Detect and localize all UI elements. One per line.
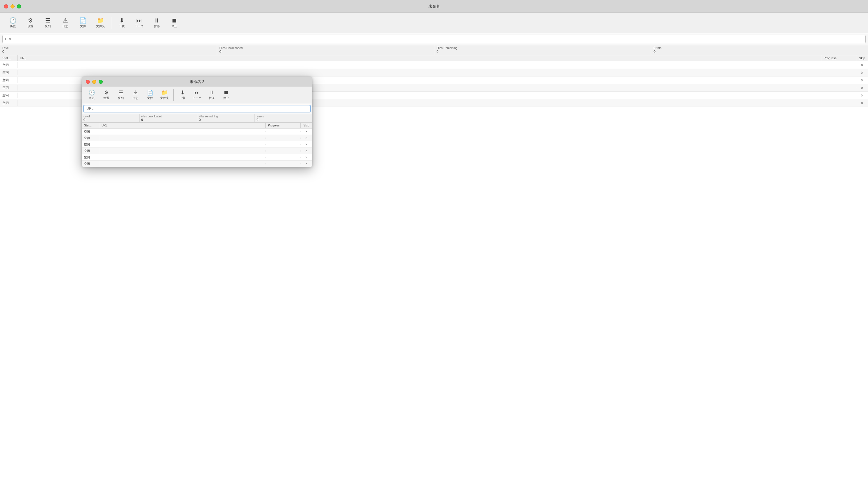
floating-maximize-button[interactable] [99,80,103,84]
floating-table-container: Stat... URL Progress Skip 空闲 ✕ 空闲 ✕ 空闲 ✕… [82,123,312,167]
row-skip-button[interactable]: ✕ [301,155,312,160]
floating-folder-icon: 📁 [162,90,168,95]
main-errors-label: Errors [653,47,866,50]
row-skip-button[interactable]: ✕ [301,162,312,166]
floating-file-label: 文件 [147,96,153,100]
file-icon: 📄 [79,18,87,23]
floating-next-icon: ⏭ [194,90,200,95]
row-status: 空闲 [0,100,18,106]
row-skip-button[interactable]: ✕ [856,62,868,68]
row-progress [821,80,856,81]
row-skip-button[interactable]: ✕ [856,100,868,106]
floating-stop-icon: ⏹ [224,90,229,95]
main-close-button[interactable] [4,4,8,9]
floating-log-button[interactable]: ⚠ 日志 [128,88,143,102]
row-skip-button[interactable]: ✕ [856,70,868,76]
row-status: 空闲 [0,70,18,75]
floating-next-button[interactable]: ⏭ 下一个 [190,88,204,102]
row-url [99,157,266,158]
floating-toolbar-divider [173,89,174,101]
row-progress [821,87,856,89]
main-table-header: Stat... URL Progress Skip [0,55,868,61]
row-progress [266,144,301,145]
main-settings-button[interactable]: ⚙ 设置 [22,15,39,31]
row-skip-button[interactable]: ✕ [856,85,868,91]
floating-history-icon: 🕑 [89,90,95,95]
floating-queue-button[interactable]: ☰ 队列 [114,88,128,102]
main-pause-button[interactable]: ⏸ 暂停 [148,15,165,31]
main-download-button[interactable]: ⬇ 下载 [114,15,130,31]
main-files-remaining-value: 0 [437,50,649,54]
main-queue-button[interactable]: ☰ 队列 [40,15,56,31]
row-skip-button[interactable]: ✕ [301,142,312,147]
floating-close-button[interactable] [86,80,90,84]
row-url [99,151,266,152]
floating-minimize-button[interactable] [92,80,96,84]
main-file-label: 文件 [80,24,86,28]
main-window-title: 未命名 [428,4,440,9]
floating-files-remaining-cell: Files Remaining 0 [197,114,255,122]
main-errors-cell: Errors 0 [651,45,868,55]
table-row: 空闲 ✕ [0,61,868,69]
stop-icon: ⏹ [171,18,177,23]
floating-settings-button[interactable]: ⚙ 设置 [99,88,113,102]
floating-files-downloaded-label: Files Downloaded [141,115,195,118]
main-stop-button[interactable]: ⏹ 停止 [166,15,183,31]
row-status: 空闲 [82,155,99,160]
row-skip-button[interactable]: ✕ [301,136,312,140]
row-skip-button[interactable]: ✕ [301,148,312,153]
main-folder-label: 文件夹 [96,24,105,28]
main-files-remaining-label: Files Remaining [437,47,649,50]
main-stats-row: Level 0 Files Downloaded 0 Files Remaini… [0,45,868,55]
table-row: 空闲 ✕ [82,135,312,141]
table-row: 空闲 ✕ [82,148,312,154]
floating-window-title: 未命名 2 [190,79,204,84]
row-url [99,163,266,164]
main-maximize-button[interactable] [17,4,21,9]
main-files-downloaded-cell: Files Downloaded 0 [217,45,434,55]
main-next-button[interactable]: ⏭ 下一个 [131,15,147,31]
main-traffic-lights [4,4,21,9]
floating-url-input[interactable] [83,105,311,112]
row-url [99,144,266,145]
row-url [99,131,266,132]
row-skip-button[interactable]: ✕ [856,93,868,99]
floating-stop-button[interactable]: ⏹ 停止 [219,88,233,102]
main-th-skip: Skip [856,55,868,61]
floating-queue-icon: ☰ [118,90,123,95]
main-queue-label: 队列 [45,24,51,28]
main-minimize-button[interactable] [11,4,14,9]
floating-history-button[interactable]: 🕑 历史 [85,88,99,102]
queue-icon: ☰ [45,18,51,23]
row-skip-button[interactable]: ✕ [856,78,868,83]
main-download-label: 下载 [119,24,125,28]
main-window: 未命名 🕐 历史 ⚙ 设置 ☰ 队列 ⚠ 日志 📄 文件 📁 文件夹 ⬇ [0,0,868,504]
main-url-input[interactable] [2,35,866,43]
row-progress [821,72,856,73]
main-files-remaining-cell: Files Remaining 0 [434,45,651,55]
main-history-label: 历史 [10,24,16,28]
main-history-button[interactable]: 🕐 历史 [5,15,21,31]
floating-pause-button[interactable]: ⏸ 暂停 [205,88,219,102]
floating-file-button[interactable]: 📄 文件 [143,88,157,102]
floating-download-icon: ⬇ [180,90,185,95]
main-file-button[interactable]: 📄 文件 [75,15,91,31]
table-row: 空闲 ✕ [82,154,312,161]
main-errors-value: 0 [653,50,866,54]
table-row: 空闲 ✕ [82,161,312,167]
main-log-button[interactable]: ⚠ 日志 [57,15,74,31]
floating-title-bar: 未命名 2 [82,76,312,87]
floating-files-downloaded-cell: Files Downloaded 0 [140,114,197,122]
floating-stats-row: Level 0 Files Downloaded 0 Files Remaini… [82,114,312,123]
floating-pause-label: 暂停 [209,96,215,100]
floating-download-button[interactable]: ⬇ 下载 [175,88,189,102]
row-progress [821,95,856,96]
floating-window: 未命名 2 🕑 历史 ⚙ 设置 ☰ 队列 ⚠ 日志 📄 文件 📁 文件夹 ⬇ [82,76,312,167]
floating-folder-button[interactable]: 📁 文件夹 [158,88,172,102]
folder-icon: 📁 [97,18,104,23]
row-skip-button[interactable]: ✕ [301,129,312,134]
main-folder-button[interactable]: 📁 文件夹 [92,15,108,31]
main-url-bar-area [0,33,868,45]
floating-level-cell: Level 0 [82,114,140,122]
floating-th-url: URL [99,123,266,128]
